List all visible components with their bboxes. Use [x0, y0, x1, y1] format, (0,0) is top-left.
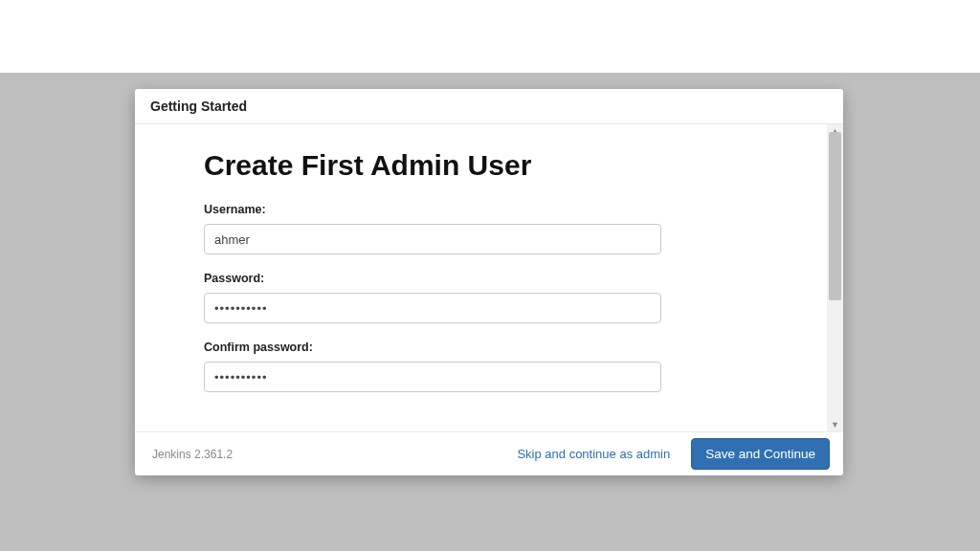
modal-header: Getting Started: [135, 89, 843, 124]
save-continue-button[interactable]: Save and Continue: [691, 438, 830, 470]
password-label: Password:: [204, 272, 758, 285]
confirm-password-input[interactable]: [204, 362, 661, 392]
skip-link[interactable]: Skip and continue as admin: [513, 441, 674, 467]
modal-body-wrap: Create First Admin User Username: Passwo…: [135, 124, 843, 431]
scrollbar-down-arrow-icon[interactable]: ▼: [827, 418, 843, 431]
username-row: Username:: [204, 203, 758, 254]
scrollbar-thumb[interactable]: [829, 132, 841, 300]
setup-wizard-modal: Getting Started Create First Admin User …: [135, 89, 843, 475]
modal-title: Getting Started: [150, 99, 828, 114]
password-input[interactable]: [204, 293, 661, 323]
confirm-password-label: Confirm password:: [204, 341, 758, 354]
modal-footer: Jenkins 2.361.2 Skip and continue as adm…: [135, 431, 843, 475]
confirm-password-row: Confirm password:: [204, 341, 758, 392]
modal-body: Create First Admin User Username: Passwo…: [135, 124, 827, 431]
password-row: Password:: [204, 272, 758, 323]
vertical-scrollbar[interactable]: ▲ ▼: [827, 124, 843, 431]
page-heading: Create First Admin User: [204, 149, 758, 182]
username-label: Username:: [204, 203, 758, 216]
footer-actions: Skip and continue as admin Save and Cont…: [513, 438, 830, 470]
username-input[interactable]: [204, 224, 661, 254]
version-text: Jenkins 2.361.2: [152, 448, 233, 461]
